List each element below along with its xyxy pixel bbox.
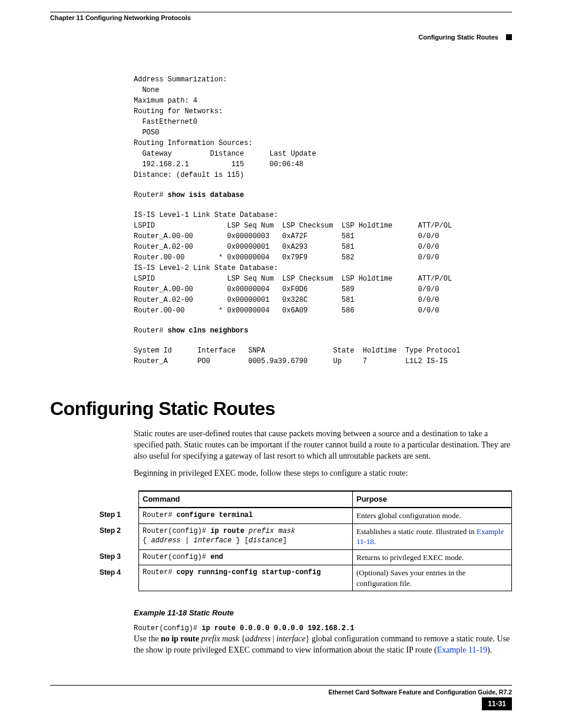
purpose-cell: (Optional) Saves your entries in the con… <box>353 565 512 591</box>
table-row: Step 4 Router# copy running-config start… <box>96 565 512 591</box>
step-label: Step 4 <box>96 565 139 591</box>
intro-paragraph-1: Static routes are user-defined routes th… <box>134 429 512 462</box>
purpose-cell: Establishes a static route. Illustrated … <box>353 523 512 549</box>
command-cell: Router(config)# ip route prefix mask{ ad… <box>139 523 353 549</box>
command-cell: Router(config)# end <box>139 549 353 565</box>
command-cell: Router# configure terminal <box>139 508 353 523</box>
example-command: Router(config)# ip route 0.0.0.0 0.0.0.0… <box>134 623 512 634</box>
chapter-title: Chapter 11 Configuring Networking Protoc… <box>50 14 512 31</box>
running-section-title: Configuring Static Routes <box>418 34 498 41</box>
purpose-cell: Enters global configuration mode. <box>353 508 512 523</box>
command-table: Command Purpose Step 1 Router# configure… <box>96 490 512 591</box>
section-heading: Configuring Static Routes <box>50 396 512 421</box>
step-label: Step 1 <box>96 508 139 523</box>
footer-guide-title: Ethernet Card Software Feature and Confi… <box>50 688 512 696</box>
table-row: Step 2 Router(config)# ip route prefix m… <box>96 523 512 549</box>
command-cell: Router# copy running-config startup-conf… <box>139 565 353 591</box>
header-marker-icon <box>506 34 512 40</box>
cli-command-1: Router# show isis database <box>134 190 512 200</box>
col-header-command: Command <box>139 491 353 508</box>
cli-output-block-3: System Id Interface SNPA State Holdtime … <box>134 345 512 367</box>
page-footer: Ethernet Card Software Feature and Confi… <box>50 685 512 710</box>
example-link-11-19[interactable]: Example 11-19 <box>437 645 487 654</box>
step-label: Step 3 <box>96 549 139 565</box>
page-number: 11-31 <box>482 697 512 710</box>
table-row: Step 3 Router(config)# end Returns to pr… <box>96 549 512 565</box>
step-label: Step 2 <box>96 523 139 549</box>
purpose-cell: Returns to privileged EXEC mode. <box>353 549 512 565</box>
intro-paragraph-2: Beginning in privileged EXEC mode, follo… <box>134 468 512 479</box>
cli-output-block-1: Address Summarization: None Maximum path… <box>134 74 512 180</box>
closing-paragraph: Use the no ip route prefix mask {address… <box>134 634 512 656</box>
table-row: Step 1 Router# configure terminal Enters… <box>96 508 512 523</box>
col-header-purpose: Purpose <box>353 491 512 508</box>
cli-command-2: Router# show clns neighbors <box>134 325 512 336</box>
cli-output-block-2: IS-IS Level-1 Link State Database: LSPID… <box>134 210 512 316</box>
example-title: Example 11-18 Static Route <box>134 608 512 618</box>
